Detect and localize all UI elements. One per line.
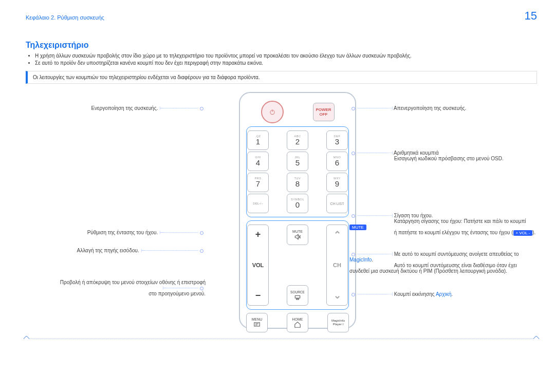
home-button: HOME	[287, 313, 308, 332]
page-number: 15	[525, 9, 537, 23]
key-1: .QZ1	[247, 130, 269, 150]
label-power-off: ──────────⊣ Απενεργοποίηση της συσκευής.	[349, 105, 466, 111]
source-icon	[294, 294, 301, 301]
label-menu: Προβολή ή απόκρυψη του μενού στοιχείων ο…	[26, 279, 206, 296]
menu-icon	[253, 321, 261, 328]
volume-rocker: + VOL −	[247, 225, 269, 306]
key-del: DEL-/--	[247, 194, 269, 213]
bullet-item: Σε αυτό το προϊόν δεν υποστηρίζεται κανέ…	[35, 60, 537, 66]
power-off-label-bottom: OFF	[320, 112, 328, 117]
svg-rect-5	[295, 295, 300, 298]
vol-label: VOL	[252, 262, 264, 268]
key-5: JKL5	[287, 152, 308, 171]
label-power-on: Ενεργοποίηση της συσκευής. ⊢───────────	[26, 105, 206, 111]
page-divider	[26, 339, 537, 339]
note-box: Οι λειτουργίες των κουμπιών του τηλεχειρ…	[26, 71, 537, 84]
key-3: DEF3	[326, 130, 348, 150]
key-2: ABC2	[287, 130, 308, 150]
key-4: GHI4	[247, 152, 269, 171]
ch-label: CH	[333, 262, 341, 268]
key-0: SYMBOL0	[287, 194, 308, 213]
chevron-down-icon: ⌄	[334, 290, 341, 301]
menu-button: MENU	[246, 313, 268, 332]
svg-marker-2	[295, 234, 298, 239]
key-9: WXY9	[326, 173, 348, 192]
mute-button: MUTE	[287, 225, 308, 245]
section-title: Τηλεχειριστήριο	[26, 41, 537, 50]
chapter-label: Κεφάλαιο 2. Ρύθμιση συσκευής	[26, 14, 104, 21]
home-icon	[294, 321, 301, 328]
chevron-up-icon: ⌃	[334, 229, 341, 240]
key-7: PRS7	[247, 173, 269, 192]
label-numbers: ──────────⊣ Αριθμητικά κουμπιά ─────────…	[349, 150, 504, 161]
label-source: Αλλαγή της πηγής εισόδου. ⊢─────────────…	[26, 248, 206, 253]
plus-icon: +	[255, 229, 261, 240]
power-icon	[269, 108, 276, 116]
magicinfo-button: MagicInfoPlayer I	[327, 313, 349, 332]
minus-icon: −	[255, 290, 261, 301]
svg-rect-7	[254, 322, 260, 326]
power-on-button	[261, 101, 284, 123]
label-mute: ──────────⊣ Σίγαση του ήχου. ──────────⊣…	[349, 213, 537, 235]
channel-rocker: ⌃ CH ⌄	[326, 225, 348, 306]
label-magicinfo: ──────────⊣ Με αυτό το κουμπί συντόμευση…	[349, 251, 537, 274]
key-6: MNO6	[326, 152, 348, 171]
power-off-button: POWER OFF	[313, 103, 335, 121]
remote-control-illustration: POWER OFF .QZ1 ABC2 DEF3 GHI4 JKL5 MNO6 …	[239, 92, 356, 329]
mute-icon	[294, 233, 301, 240]
svg-rect-6	[297, 298, 299, 300]
bullet-item: Η χρήση άλλων συσκευών προβολής στον ίδι…	[35, 53, 537, 59]
label-volume: Ρύθμιση της έντασης του ήχου. ⊢─────────…	[26, 230, 206, 235]
source-button: SOURCE	[287, 285, 308, 306]
label-home: ──────────⊣ Κουμπί εκκίνησης Αρχική.	[349, 291, 453, 297]
key-8: TUV8	[287, 173, 308, 192]
key-chlist: CH LIST	[326, 194, 348, 213]
power-off-label-top: POWER	[316, 107, 331, 112]
